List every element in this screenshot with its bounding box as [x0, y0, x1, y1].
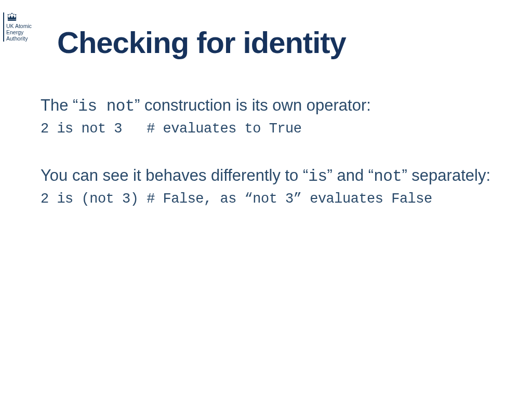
para2-prefix: You can see it behaves differently to “ — [41, 166, 308, 184]
para2-code1: is — [308, 167, 327, 185]
svg-point-2 — [15, 14, 16, 15]
code-example-2: 2 is (not 3) # False, as “not 3” evaluat… — [41, 191, 498, 207]
svg-point-0 — [11, 13, 13, 15]
para2-mid: ” and “ — [327, 166, 374, 184]
para2-code2: not — [374, 167, 402, 185]
logo-text-line3: Authority — [6, 35, 28, 42]
crown-icon — [6, 12, 18, 22]
logo-text-line1: UK Atomic — [6, 23, 32, 29]
paragraph-2: You can see it behaves differently to “i… — [41, 166, 498, 186]
svg-rect-5 — [8, 20, 16, 21]
org-logo: UK Atomic Energy Authority — [3, 12, 39, 42]
logo-text-line2: Energy — [6, 29, 23, 35]
para1-prefix: The “ — [41, 96, 78, 114]
svg-point-4 — [14, 14, 15, 15]
slide-content: The “is not” construction is its own ope… — [41, 96, 498, 207]
svg-point-1 — [8, 14, 9, 15]
slide-title: Checking for identity — [57, 25, 346, 60]
paragraph-1: The “is not” construction is its own ope… — [41, 96, 498, 116]
para1-suffix: ” construction is its own operator: — [135, 96, 371, 114]
code-example-1: 2 is not 3 # evaluates to True — [41, 121, 498, 137]
para2-suffix: ” separately: — [402, 166, 490, 184]
svg-point-3 — [9, 14, 10, 15]
para1-code: is not — [78, 97, 135, 115]
